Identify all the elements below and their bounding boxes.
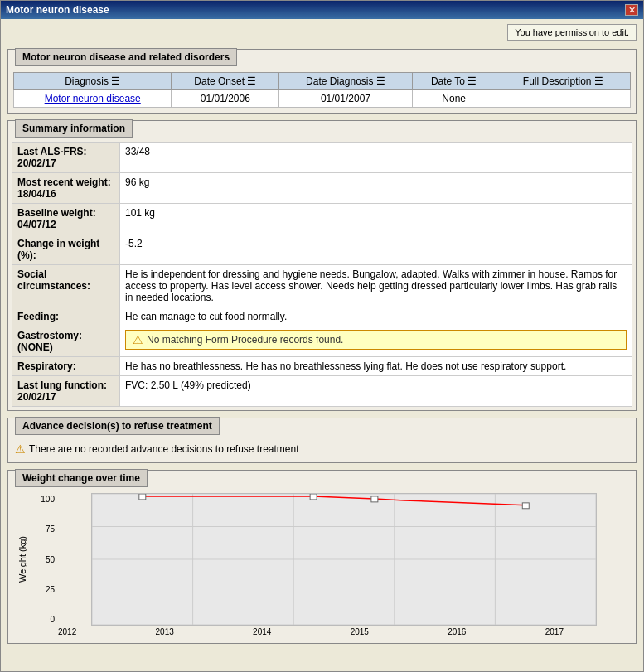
main-window: Motor neuron disease ✕ You have permissi… xyxy=(0,0,644,672)
disorders-body: Diagnosis ☰ Date Onset ☰ Date Diagnosis … xyxy=(8,67,636,113)
summary-section: Summary information Last ALS-FRS: 20/02/… xyxy=(7,120,637,411)
x-tick-2014: 2014 xyxy=(253,627,271,636)
x-tick-2017: 2017 xyxy=(545,627,564,636)
table-row: Motor neuron disease 01/01/2006 01/01/20… xyxy=(14,90,631,108)
y-tick-100: 100 xyxy=(31,495,55,504)
summary-label: Most recent weight: 18/04/16 xyxy=(12,173,120,204)
summary-label: Last lung function: 20/02/17 xyxy=(12,376,120,407)
summary-value: 101 kg xyxy=(120,204,632,234)
close-button[interactable]: ✕ xyxy=(625,4,638,16)
date-onset-cell: 01/01/2006 xyxy=(172,90,279,108)
chart-section: Weight change over time Weight (kg) 0 25… xyxy=(7,470,637,644)
summary-row: Change in weight (%):-5.2 xyxy=(12,234,632,265)
summary-value: 96 kg xyxy=(120,173,632,204)
col-diagnosis[interactable]: Diagnosis ☰ xyxy=(14,73,172,90)
chart-header: Weight change over time xyxy=(15,469,148,487)
svg-rect-14 xyxy=(522,503,529,509)
warning-icon: ⚠ xyxy=(133,333,143,346)
y-tick-50: 50 xyxy=(31,555,55,564)
summary-row: Last lung function: 20/02/17FVC: 2.50 L … xyxy=(12,376,632,407)
summary-row: Social circumstances:He is independent f… xyxy=(12,265,632,307)
advance-warning: ⚠ There are no recorded advance decision… xyxy=(15,442,629,456)
summary-label: Social circumstances: xyxy=(12,265,120,307)
window-title: Motor neuron disease xyxy=(6,4,109,16)
title-bar: Motor neuron disease ✕ xyxy=(1,1,643,19)
full-description-cell xyxy=(496,90,630,108)
summary-table: Last ALS-FRS: 20/02/1733/48Most recent w… xyxy=(12,142,632,407)
svg-rect-12 xyxy=(310,494,317,500)
summary-row: Last ALS-FRS: 20/02/1733/48 xyxy=(12,143,632,173)
summary-label: Change in weight (%): xyxy=(12,234,120,265)
date-diagnosis-cell: 01/01/2007 xyxy=(279,90,412,108)
advance-section: Advance decision(s) to refuse treatment … xyxy=(7,418,637,463)
col-date-diagnosis[interactable]: Date Diagnosis ☰ xyxy=(279,73,412,90)
summary-value: He can manage to cut food normally. xyxy=(120,307,632,326)
col-full-description[interactable]: Full Description ☰ xyxy=(496,73,630,90)
x-tick-2016: 2016 xyxy=(448,627,466,636)
permission-badge: You have permission to edit. xyxy=(507,24,637,41)
summary-value: -5.2 xyxy=(120,234,632,265)
y-axis-label: Weight (kg) xyxy=(17,536,27,583)
summary-label: Gastrostomy: (NONE) xyxy=(12,326,120,357)
y-axis: 0 25 50 75 100 xyxy=(31,493,58,626)
warning-text: No matching Form Procedure records found… xyxy=(147,334,343,346)
chart-area-wrapper: 2012 2013 2014 2015 2016 2017 xyxy=(58,493,597,636)
permission-bar: You have permission to edit. xyxy=(7,24,637,41)
content-area: You have permission to edit. Motor neuro… xyxy=(1,19,643,671)
y-tick-0: 0 xyxy=(31,615,55,624)
summary-body: Last ALS-FRS: 20/02/1733/48Most recent w… xyxy=(8,138,636,410)
summary-value: FVC: 2.50 L (49% predicted) xyxy=(120,376,632,407)
diagnosis-table: Diagnosis ☰ Date Onset ☰ Date Diagnosis … xyxy=(13,72,631,108)
chart-body: Weight (kg) 0 25 50 75 100 xyxy=(8,488,636,643)
summary-row: Feeding:He can manage to cut food normal… xyxy=(12,307,632,326)
advance-header: Advance decision(s) to refuse treatment xyxy=(15,417,220,435)
date-to-cell: None xyxy=(412,90,496,108)
chart-area xyxy=(91,493,597,626)
svg-rect-11 xyxy=(139,494,146,500)
advance-body: ⚠ There are no recorded advance decision… xyxy=(8,436,636,462)
chart-layout: Weight (kg) 0 25 50 75 100 xyxy=(15,493,629,636)
y-axis-label-container: Weight (kg) xyxy=(15,493,30,626)
summary-label: Feeding: xyxy=(12,307,120,326)
warning-icon: ⚠ xyxy=(15,442,26,456)
svg-rect-13 xyxy=(371,496,378,502)
x-tick-2013: 2013 xyxy=(156,627,174,636)
summary-label: Baseline weight: 04/07/12 xyxy=(12,204,120,234)
summary-row: Most recent weight: 18/04/1696 kg xyxy=(12,173,632,204)
x-axis: 2012 2013 2014 2015 2016 2017 xyxy=(58,626,564,636)
summary-header: Summary information xyxy=(15,119,133,138)
chart-svg xyxy=(92,494,596,625)
x-tick-2012: 2012 xyxy=(58,627,76,636)
x-tick-2015: 2015 xyxy=(351,627,369,636)
y-tick-25: 25 xyxy=(31,585,55,594)
summary-value: He is independent for dressing and hygie… xyxy=(120,265,632,307)
summary-warning-box: ⚠No matching Form Procedure records foun… xyxy=(125,330,627,350)
advance-text: There are no recorded advance decisions … xyxy=(29,443,299,455)
disorders-section: Motor neuron disease and related disorde… xyxy=(7,49,637,114)
col-date-onset[interactable]: Date Onset ☰ xyxy=(172,73,279,90)
diagnosis-link[interactable]: Motor neuron disease xyxy=(14,90,172,108)
y-tick-75: 75 xyxy=(31,525,55,534)
summary-row: Baseline weight: 04/07/12101 kg xyxy=(12,204,632,234)
summary-label: Last ALS-FRS: 20/02/17 xyxy=(12,143,120,173)
col-date-to[interactable]: Date To ☰ xyxy=(412,73,496,90)
summary-row: Gastrostomy: (NONE)⚠No matching Form Pro… xyxy=(12,326,632,357)
summary-value: He has no breathlessness. He has no brea… xyxy=(120,357,632,376)
summary-value: 33/48 xyxy=(120,143,632,173)
disorders-header: Motor neuron disease and related disorde… xyxy=(15,48,237,66)
summary-label: Respiratory: xyxy=(12,357,120,376)
summary-row: Respiratory:He has no breathlessness. He… xyxy=(12,357,632,376)
summary-value: ⚠No matching Form Procedure records foun… xyxy=(120,326,632,357)
